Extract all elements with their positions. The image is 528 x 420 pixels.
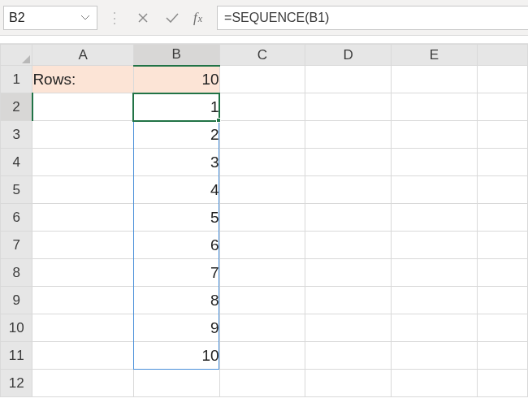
col-header-D[interactable]: D — [305, 45, 392, 66]
cell-E5[interactable] — [392, 176, 478, 204]
formula-bar[interactable]: =SEQUENCE(B1) — [217, 6, 528, 30]
cell-D3[interactable] — [305, 121, 392, 149]
cell-B12[interactable] — [133, 370, 219, 397]
cell-B9[interactable]: 8 — [133, 287, 219, 314]
cell-partial-9[interactable] — [477, 287, 527, 314]
cell-D12[interactable] — [305, 370, 392, 397]
cell-C9[interactable] — [219, 287, 305, 314]
cell-A6[interactable] — [32, 204, 133, 232]
cancel-icon[interactable] — [135, 10, 151, 26]
enter-icon[interactable] — [164, 10, 180, 26]
cell-B7[interactable]: 6 — [133, 232, 219, 259]
cell-D8[interactable] — [305, 259, 392, 287]
row-header-6[interactable]: 6 — [1, 204, 32, 232]
row-header-5[interactable]: 5 — [1, 176, 32, 204]
cell-E1[interactable] — [392, 66, 478, 93]
cell-A9[interactable] — [32, 287, 133, 314]
cell-D6[interactable] — [305, 204, 392, 232]
cell-D7[interactable] — [305, 232, 392, 259]
cell-A5[interactable] — [32, 176, 133, 204]
cell-A1[interactable]: Rows: — [32, 66, 133, 93]
cell-C2[interactable] — [219, 93, 305, 121]
cell-partial-5[interactable] — [477, 176, 527, 204]
cell-C7[interactable] — [219, 232, 305, 259]
row-header-3[interactable]: 3 — [1, 121, 32, 149]
cell-E9[interactable] — [392, 287, 478, 314]
cell-partial-10[interactable] — [477, 314, 527, 342]
row-header-2[interactable]: 2 — [1, 93, 32, 121]
divider-icon: ⋮ — [107, 9, 122, 27]
cell-D9[interactable] — [305, 287, 392, 314]
row-header-12[interactable]: 12 — [1, 370, 32, 397]
cell-D11[interactable] — [305, 342, 392, 370]
cell-E7[interactable] — [392, 232, 478, 259]
cell-E11[interactable] — [392, 342, 478, 370]
row-header-4[interactable]: 4 — [1, 149, 32, 176]
select-all-corner[interactable] — [1, 45, 32, 66]
col-header-A[interactable]: A — [32, 45, 133, 66]
cell-B3[interactable]: 2 — [133, 121, 219, 149]
cell-B8[interactable]: 7 — [133, 259, 219, 287]
cell-partial-2[interactable] — [477, 93, 527, 121]
cell-D1[interactable] — [305, 66, 392, 93]
cell-A4[interactable] — [32, 149, 133, 176]
row-header-10[interactable]: 10 — [1, 314, 32, 342]
cell-C8[interactable] — [219, 259, 305, 287]
cell-A3[interactable] — [32, 121, 133, 149]
col-header-E[interactable]: E — [392, 45, 478, 66]
cell-D5[interactable] — [305, 176, 392, 204]
cell-D2[interactable] — [305, 93, 392, 121]
name-box[interactable]: B2 — [3, 6, 97, 30]
cell-partial-1[interactable] — [477, 66, 527, 93]
cell-partial-8[interactable] — [477, 259, 527, 287]
col-header-B[interactable]: B — [133, 45, 219, 66]
cell-A8[interactable] — [32, 259, 133, 287]
cell-E12[interactable] — [392, 370, 478, 397]
cell-B10[interactable]: 9 — [133, 314, 219, 342]
cell-B4[interactable]: 3 — [133, 149, 219, 176]
cell-E10[interactable] — [392, 314, 478, 342]
cell-C3[interactable] — [219, 121, 305, 149]
row-header-9[interactable]: 9 — [1, 287, 32, 314]
cell-C11[interactable] — [219, 342, 305, 370]
cell-partial-12[interactable] — [477, 370, 527, 397]
cell-C4[interactable] — [219, 149, 305, 176]
grid[interactable]: ABCDE1Rows:102132435465768798109111012 — [0, 44, 528, 397]
cell-partial-7[interactable] — [477, 232, 527, 259]
row-header-1[interactable]: 1 — [1, 66, 32, 93]
col-header-C[interactable]: C — [219, 45, 305, 66]
cell-C5[interactable] — [219, 176, 305, 204]
cell-partial-3[interactable] — [477, 121, 527, 149]
cell-D4[interactable] — [305, 149, 392, 176]
cell-E2[interactable] — [392, 93, 478, 121]
cell-E6[interactable] — [392, 204, 478, 232]
cell-C12[interactable] — [219, 370, 305, 397]
cell-partial-11[interactable] — [477, 342, 527, 370]
cell-A7[interactable] — [32, 232, 133, 259]
worksheet[interactable]: ABCDE1Rows:102132435465768798109111012 — [0, 44, 528, 397]
cell-partial-6[interactable] — [477, 204, 527, 232]
row-header-7[interactable]: 7 — [1, 232, 32, 259]
cell-B1[interactable]: 10 — [133, 66, 219, 93]
cell-E8[interactable] — [392, 259, 478, 287]
cell-partial-4[interactable] — [477, 149, 527, 176]
cell-B6[interactable]: 5 — [133, 204, 219, 232]
cell-A2[interactable] — [32, 93, 133, 121]
cell-D10[interactable] — [305, 314, 392, 342]
fx-icon[interactable]: fx — [193, 11, 202, 24]
row-header-11[interactable]: 11 — [1, 342, 32, 370]
cell-C10[interactable] — [219, 314, 305, 342]
row-header-8[interactable]: 8 — [1, 259, 32, 287]
cell-C6[interactable] — [219, 204, 305, 232]
cell-C1[interactable] — [219, 66, 305, 93]
name-box-dropdown-icon[interactable] — [79, 11, 92, 24]
cell-E3[interactable] — [392, 121, 478, 149]
cell-B2[interactable]: 1 — [133, 93, 219, 121]
cell-B11[interactable]: 10 — [133, 342, 219, 370]
cell-A10[interactable] — [32, 314, 133, 342]
cell-E4[interactable] — [392, 149, 478, 176]
cell-A12[interactable] — [32, 370, 133, 397]
cell-B5[interactable]: 4 — [133, 176, 219, 204]
cell-A11[interactable] — [32, 342, 133, 370]
col-header-partial[interactable] — [477, 45, 527, 66]
